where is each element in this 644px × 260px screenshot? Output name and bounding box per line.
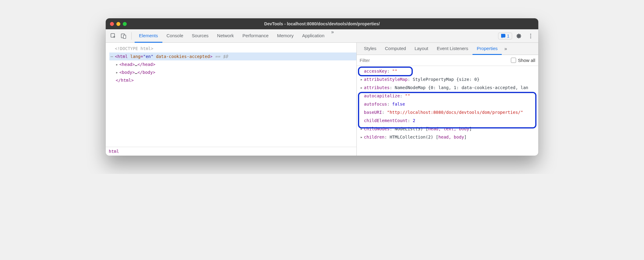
tab-memory[interactable]: Memory <box>273 29 298 43</box>
window-minimize-button[interactable] <box>116 22 120 26</box>
side-tab-computed[interactable]: Computed <box>380 43 410 55</box>
kebab-icon[interactable] <box>526 31 535 41</box>
svg-point-5 <box>530 37 531 38</box>
window-close-button[interactable] <box>110 22 114 26</box>
property-row[interactable]: ▸attributeStyleMap: StylePropertyMap {si… <box>359 75 536 84</box>
dom-panel: <!DOCTYPE html> ⋯<html lang="en" data-co… <box>106 43 357 156</box>
traffic-lights <box>110 22 127 26</box>
dom-body[interactable]: ▸<body>…</body> <box>109 68 356 76</box>
dom-html-close[interactable]: </html> <box>109 76 356 84</box>
tab-application[interactable]: Application <box>298 29 329 43</box>
side-tab-styles[interactable]: Styles <box>360 43 381 55</box>
main-tabs: Elements Console Sources Network Perform… <box>135 29 497 43</box>
property-row[interactable]: autocapitalize: "" <box>359 92 536 100</box>
property-row[interactable]: autofocus: false <box>359 100 536 108</box>
tab-network[interactable]: Network <box>213 29 238 43</box>
issues-badge[interactable]: 1 <box>498 33 512 39</box>
show-all-checkbox[interactable] <box>511 58 516 63</box>
side-tabs: Styles Computed Layout Event Listeners P… <box>357 43 538 55</box>
property-row[interactable]: ▸children: HTMLCollection(2) [head, body… <box>359 133 536 141</box>
devtools-window: DevTools - localhost:8080/docs/devtools/… <box>106 18 538 156</box>
gear-icon[interactable] <box>515 31 524 41</box>
side-tab-layout[interactable]: Layout <box>410 43 433 55</box>
titlebar: DevTools - localhost:8080/docs/devtools/… <box>106 18 538 29</box>
side-tab-properties[interactable]: Properties <box>472 43 502 55</box>
tab-performance[interactable]: Performance <box>238 29 273 43</box>
tab-sources[interactable]: Sources <box>188 29 213 43</box>
dom-html-open[interactable]: ⋯<html lang="en" data-cookies-accepted> … <box>109 52 356 60</box>
filter-row: Show all <box>357 55 538 66</box>
dom-head[interactable]: ▸<head>…</head> <box>109 60 356 68</box>
property-row[interactable]: baseURI: "http://localhost:8080/docs/dev… <box>359 108 536 117</box>
window-title: DevTools - localhost:8080/docs/devtools/… <box>106 21 538 26</box>
window-maximize-button[interactable] <box>123 22 127 26</box>
show-all-label: Show all <box>518 58 535 63</box>
property-row[interactable]: ▸childNodes: NodeList(3) [head, text, bo… <box>359 125 536 133</box>
dom-tree[interactable]: <!DOCTYPE html> ⋯<html lang="en" data-co… <box>106 43 356 147</box>
property-row[interactable]: ▸attributes: NamedNodeMap {0: lang, 1: d… <box>359 84 536 92</box>
device-toggle-icon[interactable] <box>119 31 128 41</box>
side-panel: Styles Computed Layout Event Listeners P… <box>357 43 538 156</box>
breadcrumb[interactable]: html <box>106 147 356 156</box>
content-area: <!DOCTYPE html> ⋯<html lang="en" data-co… <box>106 43 538 156</box>
toolbar-right: 1 <box>498 31 535 41</box>
svg-point-4 <box>530 35 531 36</box>
side-tab-event-listeners[interactable]: Event Listeners <box>433 43 472 55</box>
property-row[interactable]: accessKey: "" <box>359 67 536 75</box>
more-tabs-icon[interactable]: » <box>329 29 336 43</box>
dom-doctype[interactable]: <!DOCTYPE html> <box>109 45 356 52</box>
divider <box>131 32 132 40</box>
tab-console[interactable]: Console <box>162 29 188 43</box>
svg-point-3 <box>530 34 531 34</box>
property-row[interactable]: childElementCount: 2 <box>359 117 536 125</box>
properties-list[interactable]: accessKey: ""▸attributeStyleMap: StylePr… <box>357 66 538 156</box>
side-more-icon[interactable]: » <box>502 46 509 52</box>
inspect-icon[interactable] <box>109 31 118 41</box>
show-all-toggle[interactable]: Show all <box>511 58 535 63</box>
svg-rect-2 <box>123 35 126 38</box>
tab-elements[interactable]: Elements <box>135 29 162 43</box>
issues-count: 1 <box>507 34 509 38</box>
main-toolbar: Elements Console Sources Network Perform… <box>106 29 538 43</box>
filter-input[interactable] <box>360 58 508 63</box>
